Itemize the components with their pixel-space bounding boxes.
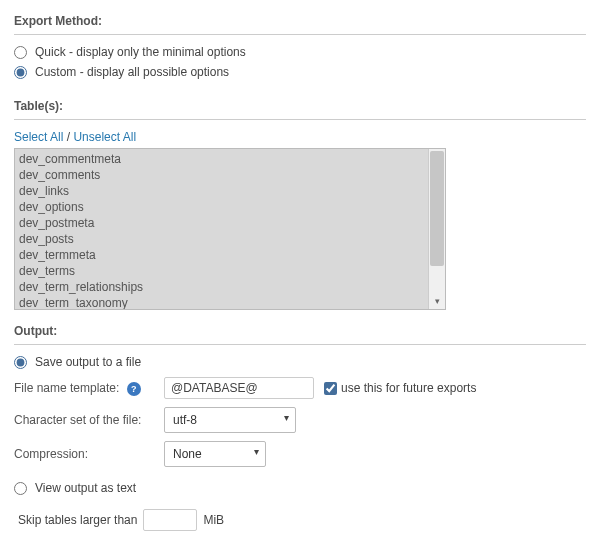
filename-template-input[interactable] bbox=[164, 377, 314, 399]
scrollbar-thumb[interactable] bbox=[430, 151, 444, 266]
scrollbar[interactable]: ▾ bbox=[428, 149, 445, 309]
radio-custom[interactable] bbox=[14, 66, 27, 79]
tables-list-items[interactable]: dev_commentmetadev_commentsdev_linksdev_… bbox=[15, 149, 429, 309]
select-all-link[interactable]: Select All bbox=[14, 130, 63, 144]
skip-tables-suffix: MiB bbox=[203, 513, 224, 527]
tables-title: Table(s): bbox=[14, 99, 586, 113]
radio-quick-row[interactable]: Quick - display only the minimal options bbox=[14, 45, 586, 59]
list-item[interactable]: dev_postmeta bbox=[19, 215, 425, 231]
select-links: Select All / Unselect All bbox=[14, 130, 586, 144]
list-item[interactable]: dev_termmeta bbox=[19, 247, 425, 263]
skip-tables-prefix: Skip tables larger than bbox=[18, 513, 137, 527]
filename-template-label-text: File name template: bbox=[14, 381, 119, 395]
charset-label: Character set of the file: bbox=[14, 413, 164, 427]
list-item[interactable]: dev_links bbox=[19, 183, 425, 199]
output-title: Output: bbox=[14, 324, 586, 338]
divider bbox=[14, 119, 586, 120]
compression-value: None bbox=[173, 447, 202, 461]
radio-quick[interactable] bbox=[14, 46, 27, 59]
radio-custom-row[interactable]: Custom - display all possible options bbox=[14, 65, 586, 79]
export-method-title: Export Method: bbox=[14, 14, 586, 28]
compression-row: Compression: None bbox=[14, 441, 586, 467]
help-icon[interactable]: ? bbox=[127, 382, 141, 396]
radio-quick-label: Quick - display only the minimal options bbox=[35, 45, 246, 59]
export-panel: Export Method: Quick - display only the … bbox=[0, 0, 600, 541]
list-item[interactable]: dev_term_taxonomy bbox=[19, 295, 425, 309]
filename-template-label: File name template: ? bbox=[14, 381, 164, 396]
charset-row: Character set of the file: utf-8 bbox=[14, 407, 586, 433]
radio-view-text-row[interactable]: View output as text bbox=[14, 481, 586, 495]
compression-label: Compression: bbox=[14, 447, 164, 461]
unselect-all-link[interactable]: Unselect All bbox=[73, 130, 136, 144]
divider bbox=[14, 344, 586, 345]
skip-tables-row: Skip tables larger than MiB bbox=[18, 509, 586, 531]
future-exports-checkbox[interactable] bbox=[324, 382, 337, 395]
filename-template-row: File name template: ? use this for futur… bbox=[14, 377, 586, 399]
list-item[interactable]: dev_terms bbox=[19, 263, 425, 279]
list-item[interactable]: dev_commentmeta bbox=[19, 151, 425, 167]
list-item[interactable]: dev_options bbox=[19, 199, 425, 215]
radio-view-text-label: View output as text bbox=[35, 481, 136, 495]
charset-select[interactable]: utf-8 bbox=[164, 407, 296, 433]
list-item[interactable]: dev_posts bbox=[19, 231, 425, 247]
divider bbox=[14, 34, 586, 35]
charset-value: utf-8 bbox=[173, 413, 197, 427]
future-exports-label: use this for future exports bbox=[341, 381, 476, 395]
skip-tables-input[interactable] bbox=[143, 509, 197, 531]
scroll-down-icon[interactable]: ▾ bbox=[429, 293, 445, 309]
list-item[interactable]: dev_comments bbox=[19, 167, 425, 183]
radio-save-file-label: Save output to a file bbox=[35, 355, 141, 369]
radio-view-text[interactable] bbox=[14, 482, 27, 495]
radio-custom-label: Custom - display all possible options bbox=[35, 65, 229, 79]
radio-save-file-row[interactable]: Save output to a file bbox=[14, 355, 586, 369]
radio-save-file[interactable] bbox=[14, 356, 27, 369]
list-item[interactable]: dev_term_relationships bbox=[19, 279, 425, 295]
tables-listbox[interactable]: dev_commentmetadev_commentsdev_linksdev_… bbox=[14, 148, 446, 310]
select-separator: / bbox=[63, 130, 73, 144]
compression-select[interactable]: None bbox=[164, 441, 266, 467]
